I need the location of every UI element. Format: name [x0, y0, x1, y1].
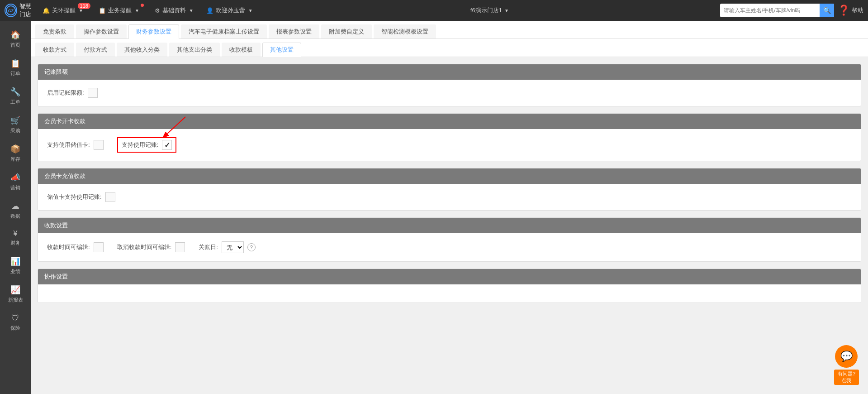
store-selector[interactable]: f6演示门店1 ▼ [464, 0, 515, 21]
checkmark-icon: ✓ [164, 141, 170, 149]
tab-detect[interactable]: 智能检测模板设置 [374, 24, 436, 38]
sidebar-home-label: 首页 [10, 42, 20, 48]
search-input[interactable] [720, 7, 820, 14]
sidebar-item-home[interactable]: 🏠 首页 [0, 25, 31, 53]
sidebar-order-label: 订单 [10, 70, 20, 77]
nav-alert[interactable]: 🔔 关怀提醒 118 ▼ [36, 0, 92, 21]
sidebar-reports-label: 新报表 [8, 297, 23, 303]
logo-text: 智慧门店 [19, 2, 32, 19]
navbar-right: 🔍 ❓ 帮助 [720, 4, 863, 17]
chat-label-line2: 点我 [838, 377, 855, 384]
alert-badge: 118 [78, 3, 90, 9]
nav-basic[interactable]: ⚙ 基础资料 ▼ [148, 0, 200, 21]
data-icon: ☁ [11, 201, 19, 211]
content-area: 记账限额 启用记账限额: 会员卡开卡收款 [31, 57, 868, 317]
finance-icon: ¥ [14, 230, 18, 238]
tab-receipt[interactable]: 收款方式 [35, 43, 74, 57]
logo-icon: GZ [5, 4, 17, 17]
help-label: 帮助 [852, 6, 863, 14]
tab-finance[interactable]: 财务参数设置 [128, 24, 179, 39]
sidebar-item-marketing[interactable]: 📣 营销 [0, 168, 31, 196]
order-icon: 📋 [10, 58, 20, 68]
search-button[interactable]: 🔍 [820, 4, 834, 17]
sidebar-item-purchase[interactable]: 🛒 采购 [0, 111, 31, 139]
sidebar-item-order[interactable]: 📋 订单 [0, 54, 31, 82]
tab-payment[interactable]: 付款方式 [76, 43, 115, 57]
tab-expense[interactable]: 其他支出分类 [169, 43, 220, 57]
insurance-icon: 🛡 [11, 313, 19, 323]
member-card-recharge-header: 会员卡充值收款 [38, 168, 861, 184]
enable-credit-limit-checkbox[interactable] [88, 88, 98, 98]
nav-welcome[interactable]: 👤 欢迎孙玉蕾 ▼ [200, 0, 259, 21]
sidebar-data-label: 数据 [10, 213, 20, 220]
sidebar-item-insurance[interactable]: 🛡 保险 [0, 309, 31, 336]
close-date-item: 关账日: 无 1 2 3 5 10 15 ? [199, 241, 256, 253]
main-layout: 🏠 首页 📋 订单 🔧 工单 🛒 采购 📦 库存 📣 营销 ☁ 数据 ¥ [0, 21, 868, 394]
tab-template[interactable]: 收款模板 [222, 43, 261, 57]
sidebar-item-work[interactable]: 🔧 工单 [0, 82, 31, 110]
payment-settings-header: 收款设置 [38, 218, 861, 233]
recharge-store-card-label: 储值卡支持使用记账: [47, 193, 102, 201]
account-checkbox[interactable]: ✓ [162, 140, 172, 150]
chat-label[interactable]: 有问题? 点我 [834, 370, 859, 385]
tab-other[interactable]: 其他设置 [262, 43, 301, 57]
chat-widget: 💬 有问题? 点我 [834, 345, 859, 385]
sidebar-work-label: 工单 [10, 99, 20, 106]
nav-alert-label: 关怀提醒 [52, 6, 76, 14]
tab-report[interactable]: 报表参数设置 [269, 24, 319, 38]
sidebar-purchase-label: 采购 [10, 127, 20, 134]
main-content: 免责条款 操作参数设置 财务参数设置 汽车电子健康档案上传设置 报表参数设置 附… [31, 21, 868, 394]
edit-time-checkbox[interactable] [94, 242, 104, 252]
business-dot [141, 4, 144, 7]
search-icon: 🔍 [823, 7, 831, 14]
tab-health[interactable]: 汽车电子健康档案上传设置 [181, 24, 267, 38]
nav-business[interactable]: 📋 业务提醒 ▼ [92, 0, 148, 21]
tab-bar-2: 收款方式 付款方式 其他收入分类 其他支出分类 收款模板 其他设置 [31, 39, 868, 57]
navbar-menu: 🔔 关怀提醒 118 ▼ 📋 业务提醒 ▼ ⚙ 基础资料 ▼ 👤 欢迎孙玉蕾 ▼… [36, 0, 720, 21]
sidebar-item-reports[interactable]: 📈 新报表 [0, 280, 31, 308]
close-date-label: 关账日: [199, 243, 218, 251]
close-date-select[interactable]: 无 1 2 3 5 10 15 [222, 241, 244, 253]
section-member-card-recharge: 会员卡充值收款 储值卡支持使用记账: [38, 168, 861, 211]
tab-extra[interactable]: 附加费自定义 [321, 24, 372, 38]
logo[interactable]: GZ 智慧门店 [5, 2, 32, 19]
credit-limit-header: 记账限额 [38, 64, 861, 80]
section-payment-settings: 收款设置 收款时间可编辑: 取消收款时间可编辑: [38, 217, 861, 262]
chat-button[interactable]: 💬 [835, 345, 858, 368]
nav-business-label: 业务提醒 [108, 6, 132, 14]
store-card-checkbox[interactable] [94, 140, 104, 150]
tab-ops[interactable]: 操作参数设置 [76, 24, 127, 38]
member-card-open-body: 支持使用储值卡: [38, 129, 861, 161]
home-icon: 🏠 [10, 30, 20, 40]
cancel-edit-checkbox[interactable] [175, 242, 185, 252]
recharge-store-card-checkbox[interactable] [105, 192, 115, 202]
sidebar-item-data[interactable]: ☁ 数据 [0, 197, 31, 224]
store-label: f6演示门店1 [470, 6, 502, 14]
sidebar-item-stock[interactable]: 📦 库存 [0, 139, 31, 167]
nav-welcome-label: 欢迎孙玉蕾 [216, 6, 245, 14]
account-item: 支持使用记账: ✓ [117, 137, 177, 153]
close-date-help[interactable]: ? [247, 243, 256, 251]
account-highlight-box: 支持使用记账: ✓ [117, 137, 177, 153]
tab-income[interactable]: 其他收入分类 [117, 43, 167, 57]
chevron-down-icon4: ▼ [248, 8, 253, 13]
chevron-down-icon3: ▼ [189, 8, 194, 13]
tab-free[interactable]: 免责条款 [35, 24, 74, 38]
cancel-edit-label: 取消收款时间可编辑: [117, 243, 172, 251]
edit-time-label: 收款时间可编辑: [47, 243, 90, 251]
section-credit-limit: 记账限额 启用记账限额: [38, 64, 861, 106]
help-button[interactable]: ❓ 帮助 [838, 5, 863, 16]
credit-limit-body: 启用记账限额: [38, 80, 861, 106]
section-cooperation: 协作设置 [38, 269, 861, 303]
payment-settings-row: 收款时间可编辑: 取消收款时间可编辑: 关账日: 无 [47, 241, 852, 253]
chevron-down-icon2: ▼ [135, 8, 139, 13]
chat-label-line1: 有问题? [838, 370, 855, 377]
cancel-edit-item: 取消收款时间可编辑: [117, 242, 185, 252]
bell-icon: 🔔 [43, 7, 50, 14]
navbar: GZ 智慧门店 🔔 关怀提醒 118 ▼ 📋 业务提醒 ▼ ⚙ 基础资料 ▼ 👤 [0, 0, 868, 21]
store-card-item: 支持使用储值卡: [47, 140, 104, 150]
credit-limit-row: 启用记账限额: [47, 88, 852, 98]
sidebar-item-performance[interactable]: 📊 业绩 [0, 252, 31, 279]
recharge-store-card-item: 储值卡支持使用记账: [47, 192, 115, 202]
sidebar-item-finance[interactable]: ¥ 财务 [0, 225, 31, 251]
